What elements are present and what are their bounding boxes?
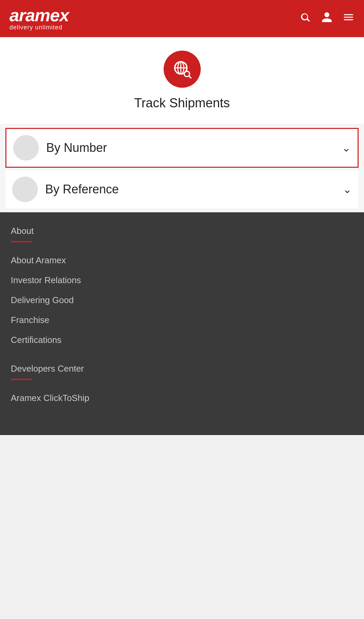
header: aramex delivery unlimited (0, 0, 364, 37)
footer-developers-divider (11, 379, 32, 380)
footer-link-certifications[interactable]: Certifications (11, 330, 353, 350)
track-icon-circle (164, 51, 201, 88)
track-shipments-section: Track Shipments (0, 37, 364, 124)
track-shipments-title: Track Shipments (134, 96, 230, 110)
footer-about-title: About (11, 226, 353, 236)
footer-link-franchise[interactable]: Franchise (11, 310, 353, 330)
footer-link-delivering-good[interactable]: Delivering Good (11, 290, 353, 310)
footer-link-about-aramex[interactable]: About Aramex (11, 250, 353, 270)
track-by-reference-option[interactable]: By Reference ⌄ (5, 170, 359, 208)
globe-search-icon (171, 58, 193, 80)
by-reference-icon-circle (12, 177, 38, 202)
footer-developers-section: Developers Center Aramex ClickToShip (11, 364, 353, 408)
svg-line-5 (189, 76, 191, 78)
logo-tagline: delivery unlimited (9, 24, 69, 31)
by-reference-chevron-icon: ⌄ (343, 183, 352, 196)
footer-about-divider (11, 241, 32, 242)
track-options-container: By Number ⌄ By Reference ⌄ (0, 124, 364, 212)
logo-text: aramex (9, 6, 69, 24)
logo-area: aramex delivery unlimited (9, 6, 69, 31)
footer: About About Aramex Investor Relations De… (0, 212, 364, 435)
footer-about-section: About About Aramex Investor Relations De… (11, 226, 353, 350)
footer-developers-title: Developers Center (11, 364, 353, 374)
hamburger-menu-icon[interactable] (342, 11, 355, 26)
user-icon[interactable] (321, 11, 333, 26)
track-by-number-option[interactable]: By Number ⌄ (5, 128, 359, 168)
header-icons (299, 11, 355, 26)
search-icon[interactable] (299, 11, 311, 26)
footer-link-clicktoship[interactable]: Aramex ClickToShip (11, 388, 353, 408)
by-reference-label: By Reference (45, 182, 343, 196)
by-number-label: By Number (46, 141, 342, 155)
by-number-chevron-icon: ⌄ (342, 141, 351, 154)
footer-link-investor-relations[interactable]: Investor Relations (11, 270, 353, 290)
by-number-icon-circle (13, 135, 39, 161)
